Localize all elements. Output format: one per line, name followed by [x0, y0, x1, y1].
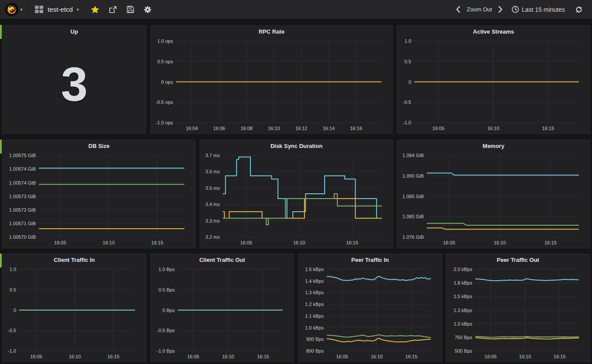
x-tick-label: 16:05 — [54, 240, 66, 245]
series-yellow — [327, 338, 431, 342]
panel-disk-sync-duration: 3.7 ms3.6 ms3.5 ms3.4 ms3.3 ms3.2 ms16:0… — [200, 140, 393, 248]
y-tick-label: 3.2 ms — [205, 234, 220, 240]
save-button[interactable] — [122, 0, 139, 19]
panel-title-rpc-rate[interactable]: RPC Rate — [151, 26, 392, 38]
chart-client-traffic-out[interactable]: 1.0 Bps0.5 Bps0 Bps-0.5 Bps-1.0 Bps16:05… — [151, 254, 294, 363]
panel-title-memory[interactable]: Memory — [397, 140, 590, 152]
chart-disk-sync-duration[interactable]: 3.7 ms3.6 ms3.5 ms3.4 ms3.3 ms3.2 ms16:0… — [200, 140, 394, 249]
chart-db-size[interactable]: 1.00575 GiB1.00574 GiB1.00574 GiB1.00573… — [3, 140, 196, 249]
y-tick-label: 1.094 GiB — [402, 153, 424, 158]
clock-icon — [512, 6, 519, 13]
settings-button[interactable] — [139, 0, 156, 19]
y-tick-label: 1.1 kBps — [305, 313, 324, 319]
y-tick-label: 1.5 kBps — [454, 294, 472, 299]
chart-rpc-rate[interactable]: 1.0 ops0.5 ops0 ops-0.5 ops-1.0 ops16:04… — [151, 26, 393, 134]
dashboard: Up31.0 ops0.5 ops0 ops-0.5 ops-1.0 ops16… — [0, 19, 592, 364]
y-tick-label: 1.0 ops — [157, 38, 173, 44]
y-tick-label: 750 Bps — [455, 335, 473, 340]
series-yellow — [427, 228, 579, 229]
x-tick-label: 16:15 — [554, 354, 566, 359]
grafana-logo-button[interactable]: ▾ — [0, 0, 28, 19]
panel-title-client-traffic-in[interactable]: Client Traffic In — [3, 254, 146, 266]
x-tick-label: 16:10 — [293, 240, 305, 245]
x-tick-label: 16:04 — [186, 126, 198, 131]
panel-rpc-rate: 1.0 ops0.5 ops0 ops-0.5 ops-1.0 ops16:04… — [150, 25, 393, 134]
panel-title-disk-sync-duration[interactable]: Disk Sync Duration — [200, 140, 393, 152]
y-tick-label: 3.6 ms — [205, 169, 220, 174]
y-tick-label: -1.0 — [8, 348, 16, 354]
panel-title-client-traffic-out[interactable]: Client Traffic Out — [151, 254, 294, 266]
chart-client-traffic-in[interactable]: 1.00.50-0.5-1.016:0516:1016:15 — [3, 254, 147, 363]
chart-peer-traffic-in[interactable]: 1.5 kBps1.4 kBps1.3 kBps1.2 kBps1.1 kBps… — [298, 254, 443, 363]
row-toggle-3[interactable] — [0, 254, 2, 268]
refresh-button[interactable] — [570, 0, 588, 19]
row-toggle-1[interactable] — [0, 25, 2, 39]
y-tick-label: 1.00574 GiB — [9, 166, 36, 172]
x-tick-label: 16:10 — [370, 354, 383, 359]
time-range-button[interactable]: Last 15 minutes — [506, 0, 570, 19]
chart-memory[interactable]: 1.094 GiB1.090 GiB1.085 GiB1.080 GiB1.07… — [397, 140, 591, 249]
share-button[interactable] — [104, 0, 122, 19]
dashboard-picker[interactable]: test-etcd ▾ — [28, 0, 86, 19]
y-tick-label: 1.080 GiB — [402, 214, 424, 219]
panel-client-traffic-out: 1.0 Bps0.5 Bps0 Bps-0.5 Bps-1.0 Bps16:05… — [150, 254, 294, 362]
x-tick-label: 16:15 — [542, 126, 554, 131]
y-tick-label: 3.5 ms — [205, 185, 220, 191]
x-tick-label: 16:05 — [240, 240, 253, 245]
time-forward-button[interactable] — [495, 0, 506, 19]
y-tick-label: 0 — [14, 308, 16, 313]
singlestat-value: 3 — [3, 56, 146, 112]
panel-active-streams: 1.00.50-0.5-1.016:0516:1016:15Active Str… — [397, 25, 590, 134]
x-tick-label: 16:12 — [295, 126, 308, 131]
x-tick-label: 16:10 — [222, 354, 234, 359]
gear-icon — [144, 6, 152, 14]
time-back-button[interactable] — [452, 0, 464, 19]
y-tick-label: 1.3 kBps — [305, 290, 324, 295]
y-tick-label: -0.5 — [8, 328, 16, 333]
y-tick-label: 1.4 kBps — [305, 278, 324, 284]
panel-title-peer-traffic-out[interactable]: Peer Traffic Out — [446, 254, 590, 266]
x-tick-label: 16:05 — [336, 354, 348, 359]
y-tick-label: 0 — [409, 79, 411, 85]
y-tick-label: 800 Bps — [306, 348, 324, 354]
y-tick-label: 0 Bps — [163, 308, 175, 313]
x-tick-label: 16:10 — [519, 354, 531, 359]
caret-down-icon: ▾ — [77, 7, 79, 12]
share-icon — [109, 6, 117, 14]
series-blue — [327, 276, 431, 281]
x-tick-label: 16:10 — [268, 126, 280, 131]
chevron-right-icon — [499, 6, 502, 13]
panel-title-up[interactable]: Up — [3, 26, 146, 38]
x-tick-label: 16:10 — [69, 354, 81, 359]
y-tick-label: 3.7 ms — [205, 153, 220, 158]
x-tick-label: 16:10 — [494, 240, 506, 245]
panel-title-active-streams[interactable]: Active Streams — [397, 26, 590, 38]
save-icon — [127, 6, 134, 13]
series-green — [327, 335, 431, 338]
panel-peer-traffic-out: 2.0 kBps1.8 kBps1.5 kBps1.3 kBps1.0 kBps… — [446, 254, 590, 362]
row-toggle-2[interactable] — [0, 140, 2, 154]
dashboard-grid-icon — [35, 5, 44, 14]
x-tick-label: 16:14 — [323, 126, 335, 131]
caret-down-icon: ▾ — [20, 7, 22, 12]
x-tick-label: 16:10 — [103, 240, 115, 245]
y-tick-label: 0.5 Bps — [159, 287, 175, 292]
panel-title-peer-traffic-in[interactable]: Peer Traffic In — [298, 254, 442, 266]
dashboard-title: test-etcd — [48, 6, 73, 13]
y-tick-label: 1.0 kBps — [454, 321, 472, 326]
y-tick-label: 3.4 ms — [205, 202, 220, 207]
x-tick-label: 16:15 — [107, 354, 120, 359]
y-tick-label: -0.5 Bps — [157, 328, 175, 333]
x-tick-label: 16:05 — [187, 354, 199, 359]
chart-active-streams[interactable]: 1.00.50-0.5-1.016:0516:1016:15 — [397, 26, 591, 134]
y-tick-label: 0.5 — [405, 59, 411, 64]
y-tick-label: 1.00572 GiB — [9, 207, 36, 213]
y-tick-label: 1.00571 GiB — [9, 221, 36, 226]
chart-peer-traffic-out[interactable]: 2.0 kBps1.8 kBps1.5 kBps1.3 kBps1.0 kBps… — [446, 254, 591, 363]
chevron-left-icon — [456, 6, 460, 13]
star-button[interactable] — [86, 0, 104, 19]
y-tick-label: 1.090 GiB — [402, 173, 424, 179]
panel-title-db-size[interactable]: DB Size — [3, 140, 195, 152]
x-tick-label: 16:05 — [485, 354, 497, 359]
zoom-out-button[interactable]: Zoom Out — [464, 0, 495, 19]
